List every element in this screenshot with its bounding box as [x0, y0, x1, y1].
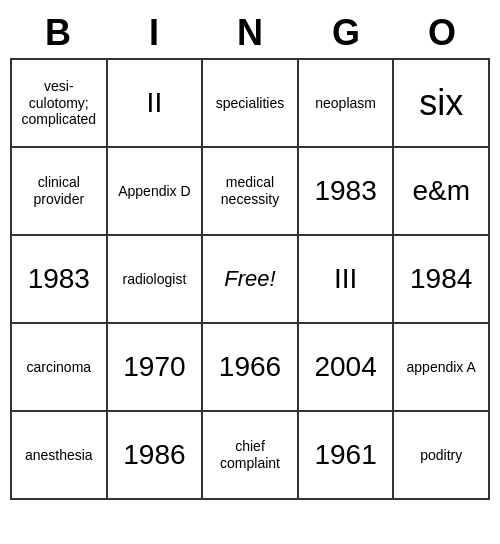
bingo-cell-5: clinical provider	[12, 148, 108, 236]
header-o: O	[394, 8, 490, 58]
bingo-cell-17: 1966	[203, 324, 299, 412]
bingo-cell-19: appendix A	[394, 324, 490, 412]
bingo-cell-24: poditry	[394, 412, 490, 500]
bingo-cell-2: specialities	[203, 60, 299, 148]
bingo-cell-9: e&m	[394, 148, 490, 236]
bingo-header: B I N G O	[10, 8, 490, 58]
bingo-cell-4: six	[394, 60, 490, 148]
bingo-cell-0: vesi-culotomy; complicated	[12, 60, 108, 148]
bingo-cell-18: 2004	[299, 324, 395, 412]
header-g: G	[298, 8, 394, 58]
bingo-cell-1: II	[108, 60, 204, 148]
bingo-cell-21: 1986	[108, 412, 204, 500]
bingo-grid: vesi-culotomy; complicatedIIspecialities…	[10, 58, 490, 500]
bingo-cell-11: radiologist	[108, 236, 204, 324]
header-n: N	[202, 8, 298, 58]
bingo-cell-13: III	[299, 236, 395, 324]
bingo-cell-8: 1983	[299, 148, 395, 236]
bingo-cell-14: 1984	[394, 236, 490, 324]
bingo-card: B I N G O vesi-culotomy; complicatedIIsp…	[10, 8, 490, 500]
bingo-cell-20: anesthesia	[12, 412, 108, 500]
bingo-cell-3: neoplasm	[299, 60, 395, 148]
bingo-cell-12: Free!	[203, 236, 299, 324]
bingo-cell-10: 1983	[12, 236, 108, 324]
header-b: B	[10, 8, 106, 58]
bingo-cell-15: carcinoma	[12, 324, 108, 412]
bingo-cell-7: medical necessity	[203, 148, 299, 236]
header-i: I	[106, 8, 202, 58]
bingo-cell-6: Appendix D	[108, 148, 204, 236]
bingo-cell-22: chief complaint	[203, 412, 299, 500]
bingo-cell-23: 1961	[299, 412, 395, 500]
bingo-cell-16: 1970	[108, 324, 204, 412]
